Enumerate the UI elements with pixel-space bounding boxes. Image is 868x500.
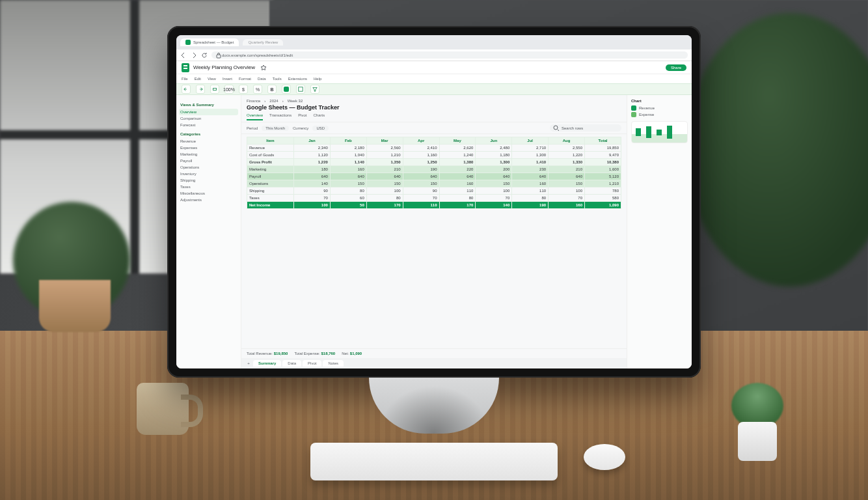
- sidebar-item-misc[interactable]: Miscellaneous: [179, 190, 238, 197]
- cell[interactable]: 2,410: [403, 145, 439, 152]
- sidebar-item-operations[interactable]: Operations: [179, 164, 238, 171]
- sheet-tab-notes[interactable]: Notes: [323, 360, 344, 367]
- row-label[interactable]: Marketing: [247, 166, 294, 173]
- cell[interactable]: 80: [439, 195, 476, 202]
- cell[interactable]: 1,220: [549, 152, 585, 159]
- cell[interactable]: 160: [512, 180, 549, 188]
- table-row[interactable]: Cost of Goods1,1201,0401,2101,1601,2401,…: [247, 152, 621, 159]
- th-may[interactable]: May: [439, 137, 476, 145]
- menu-tools[interactable]: Tools: [273, 77, 282, 81]
- document-title[interactable]: Weekly Planning Overview: [193, 64, 255, 70]
- cell[interactable]: 150: [476, 180, 512, 188]
- row-label[interactable]: Revenue: [247, 145, 294, 152]
- percent-button[interactable]: %: [253, 85, 262, 94]
- cell[interactable]: 1,240: [439, 152, 476, 159]
- spreadsheet-table[interactable]: Item Jan Feb Mar Apr May Jun Jul Aug Tot…: [247, 137, 621, 209]
- cell[interactable]: 640: [512, 173, 549, 180]
- cell[interactable]: 5,120: [585, 173, 621, 180]
- cell[interactable]: 80: [330, 188, 366, 195]
- cell[interactable]: 2,180: [330, 145, 366, 152]
- cell[interactable]: 640: [366, 173, 403, 180]
- browser-tab-active[interactable]: Spreadsheet — Budget: [180, 38, 239, 46]
- cell[interactable]: 1,120: [294, 152, 331, 159]
- menu-help[interactable]: Help: [314, 77, 321, 81]
- cell[interactable]: 1,330: [549, 159, 585, 166]
- cell[interactable]: 160: [549, 202, 585, 209]
- menu-insert[interactable]: Insert: [223, 77, 232, 81]
- table-row[interactable]: Net Income100501701101701401901601,090: [247, 202, 621, 209]
- cell[interactable]: 210: [549, 166, 585, 173]
- cell[interactable]: 150: [366, 180, 403, 188]
- table-row[interactable]: Marketing1801602101902202002302101,600: [247, 166, 621, 173]
- table-row[interactable]: Gross Profit1,2201,1401,3501,2501,3801,3…: [247, 159, 621, 166]
- cell[interactable]: 640: [294, 173, 331, 180]
- cell[interactable]: 2,550: [549, 145, 585, 152]
- cell[interactable]: 110: [439, 188, 476, 195]
- cell[interactable]: 160: [330, 166, 366, 173]
- tab-pivot[interactable]: Pivot: [298, 113, 306, 120]
- cell[interactable]: 110: [512, 188, 549, 195]
- reload-icon[interactable]: [201, 52, 208, 59]
- cell[interactable]: 190: [512, 202, 549, 209]
- cell[interactable]: 70: [403, 195, 439, 202]
- cell[interactable]: 2,480: [476, 145, 512, 152]
- sheet-tab-pivot[interactable]: Pivot: [303, 360, 321, 367]
- cell[interactable]: 230: [512, 166, 549, 173]
- filter-period[interactable]: This Month: [262, 126, 289, 131]
- cell[interactable]: 2,340: [294, 145, 331, 152]
- bold-button[interactable]: B: [267, 85, 277, 94]
- cell[interactable]: 1,140: [330, 159, 366, 166]
- row-label[interactable]: Net Income: [247, 202, 294, 209]
- table-row[interactable]: Shipping908010090110100110100780: [247, 188, 621, 195]
- cell[interactable]: 1,350: [366, 159, 403, 166]
- back-icon[interactable]: [180, 52, 187, 59]
- borders-button[interactable]: [296, 85, 305, 94]
- cell[interactable]: 150: [330, 180, 366, 188]
- sidebar-item-marketing[interactable]: Marketing: [179, 151, 238, 158]
- cell[interactable]: 140: [294, 180, 331, 188]
- cell[interactable]: 580: [585, 195, 621, 202]
- th-jan[interactable]: Jan: [294, 137, 331, 145]
- sidebar-item-payroll[interactable]: Payroll: [179, 158, 238, 164]
- cell[interactable]: 640: [549, 173, 585, 180]
- fill-color-button[interactable]: [282, 85, 291, 94]
- th-item[interactable]: Item: [247, 137, 294, 145]
- cell[interactable]: 19,850: [585, 145, 621, 152]
- cell[interactable]: 640: [439, 173, 476, 180]
- sidebar-item-shipping[interactable]: Shipping: [179, 177, 238, 184]
- row-label[interactable]: Taxes: [247, 195, 294, 202]
- cell[interactable]: 170: [439, 202, 476, 209]
- cell[interactable]: 640: [330, 173, 366, 180]
- tab-charts[interactable]: Charts: [313, 113, 325, 120]
- sidebar-item-inventory[interactable]: Inventory: [179, 171, 238, 177]
- cell[interactable]: 50: [330, 202, 366, 209]
- currency-button[interactable]: $: [239, 85, 248, 94]
- cell[interactable]: 1,040: [330, 152, 366, 159]
- th-feb[interactable]: Feb: [330, 137, 366, 145]
- cell[interactable]: 780: [585, 188, 621, 195]
- menu-format[interactable]: Format: [239, 77, 251, 81]
- crumb-2[interactable]: 2024: [269, 99, 278, 103]
- cell[interactable]: 80: [366, 195, 403, 202]
- data-grid[interactable]: Item Jan Feb Mar Apr May Jun Jul Aug Tot…: [241, 134, 627, 348]
- forward-icon[interactable]: [191, 52, 197, 59]
- th-apr[interactable]: Apr: [403, 137, 439, 145]
- cell[interactable]: 80: [512, 195, 549, 202]
- tab-transactions[interactable]: Transactions: [269, 113, 292, 120]
- crumb-3[interactable]: Week 32: [288, 99, 303, 103]
- sheet-tab-data[interactable]: Data: [282, 360, 301, 367]
- cell[interactable]: 220: [439, 166, 476, 173]
- star-icon[interactable]: [260, 64, 267, 71]
- cell[interactable]: 1,210: [366, 152, 403, 159]
- cell[interactable]: 210: [366, 166, 403, 173]
- sidebar-item-overview[interactable]: Overview: [179, 109, 238, 115]
- cell[interactable]: 1,300: [476, 159, 512, 166]
- cell[interactable]: 70: [476, 195, 512, 202]
- cell[interactable]: 100: [476, 188, 512, 195]
- table-row[interactable]: Taxes7060807080708070580: [247, 195, 621, 202]
- cell[interactable]: 100: [549, 188, 585, 195]
- th-aug[interactable]: Aug: [549, 137, 585, 145]
- th-total[interactable]: Total: [585, 137, 621, 145]
- cell[interactable]: 110: [403, 202, 439, 209]
- cell[interactable]: 70: [549, 195, 585, 202]
